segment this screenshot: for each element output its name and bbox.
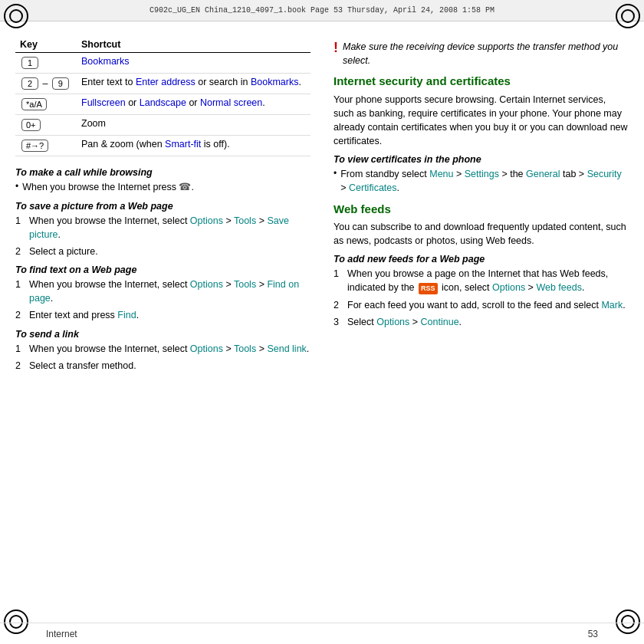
header-text: C902c_UG_EN China_1210_4097_1.book Page … xyxy=(150,6,495,15)
find-link: Find xyxy=(117,310,136,320)
section-make-call: To make a call while browsing • When you… xyxy=(15,167,310,195)
options-link: Options xyxy=(190,343,223,354)
exclamation-icon: ! xyxy=(334,40,338,57)
shortcut-zoom-text: Zoom xyxy=(81,118,106,129)
step-number: 1 xyxy=(15,342,25,356)
bullet-dot: • xyxy=(15,180,18,193)
rss-icon: RSS xyxy=(419,283,438,294)
bullet-item: • From standby select Menu > Settings > … xyxy=(334,167,629,195)
options-link: Options xyxy=(190,215,223,226)
numbered-item: 1 When you browse the Internet, select O… xyxy=(15,214,310,242)
step-number: 1 xyxy=(15,278,25,291)
step-text: Enter text and press Find. xyxy=(29,308,310,322)
main-content: Key Shortcut 1 Bookmarks 2 – xyxy=(0,21,644,623)
bullet-item: • When you browse the Internet press ☎. xyxy=(15,180,310,195)
section-send-link: To send a link 1 When you browse the Int… xyxy=(15,329,310,373)
section-web-feeds: Web feeds You can subscribe to and downl… xyxy=(334,202,629,248)
general-link: General xyxy=(526,169,560,179)
table-row: *a/A Fullscreen or Landscape or Normal s… xyxy=(15,94,310,115)
section-internet-security: Internet security and certificates Your … xyxy=(334,74,629,148)
key-cell: 1 xyxy=(15,53,77,74)
section-security-body: Your phone supports secure browsing. Cer… xyxy=(334,93,629,149)
step-text: When you browse the Internet, select Opt… xyxy=(29,342,310,356)
table-header-shortcut: Shortcut xyxy=(77,37,310,53)
send-link-link: Send link xyxy=(267,343,306,354)
section-web-feeds-body: You can subscribe to and download freque… xyxy=(334,220,629,248)
note-text: Make sure the receiving device supports … xyxy=(343,40,629,67)
step-number: 1 xyxy=(334,267,343,281)
mark-link: Mark xyxy=(601,300,623,310)
section-add-feeds-heading: To add new feeds for a Web page xyxy=(334,254,629,264)
step-text: Select a transfer method. xyxy=(29,359,310,373)
tools-link: Tools xyxy=(234,279,256,290)
table-row: 1 Bookmarks xyxy=(15,53,310,74)
table-row: #→? Pan & zoom (when Smart-fit is off). xyxy=(15,136,310,156)
step-number: 1 xyxy=(15,214,25,228)
left-column: Key Shortcut 1 Bookmarks 2 – xyxy=(15,29,322,615)
options-link: Options xyxy=(190,279,223,290)
section-view-certs: To view certificates in the phone • From… xyxy=(334,154,629,195)
step-text: When you browse the Internet, select Opt… xyxy=(29,278,310,305)
section-send-link-heading: To send a link xyxy=(15,329,310,340)
header-bar: C902c_UG_EN China_1210_4097_1.book Page … xyxy=(0,0,644,21)
right-column: ! Make sure the receiving device support… xyxy=(322,29,629,615)
key-badge-9: 9 xyxy=(52,77,69,90)
table-row: 0+ Zoom xyxy=(15,115,310,136)
web-feeds-link: Web feeds xyxy=(536,282,582,293)
step-text: Select a picture. xyxy=(29,245,310,258)
shortcut-cell: Zoom xyxy=(77,115,310,136)
numbered-item: 1 When you browse the Internet, select O… xyxy=(15,278,310,305)
bullet-text: From standby select Menu > Settings > th… xyxy=(340,167,629,195)
shortcut-cell: Bookmarks xyxy=(77,53,310,74)
bullet-text: When you browse the Internet press ☎. xyxy=(22,180,310,195)
key-cell: 2 – 9 xyxy=(15,74,77,94)
options-link: Options xyxy=(492,282,525,293)
section-save-picture: To save a picture from a Web page 1 When… xyxy=(15,201,310,258)
shortcut-bookmarks-link2: Bookmarks xyxy=(251,77,299,87)
section-make-call-heading: To make a call while browsing xyxy=(15,167,310,178)
section-add-feeds: To add new feeds for a Web page 1 When y… xyxy=(334,254,629,329)
step-number: 2 xyxy=(334,298,343,312)
key-cell: *a/A xyxy=(15,94,77,115)
key-badge-0: 0+ xyxy=(21,119,41,131)
settings-link: Settings xyxy=(465,169,499,179)
footer-bar: Internet 53 xyxy=(0,623,644,644)
numbered-item: 2 Select a transfer method. xyxy=(15,359,310,373)
section-security-heading: Internet security and certificates xyxy=(334,74,629,89)
step-text: When you browse the Internet, select Opt… xyxy=(29,214,310,242)
shortcut-fullscreen-link: Fullscreen xyxy=(81,97,126,108)
bullet-dot: • xyxy=(334,167,337,180)
shortcut-cell: Enter text to Enter address or search in… xyxy=(77,74,310,94)
tools-link: Tools xyxy=(234,215,256,226)
key-dash: – xyxy=(42,78,50,89)
key-badge-1: 1 xyxy=(21,57,38,69)
shortcut-landscape-link: Landscape xyxy=(140,97,186,108)
step-number: 2 xyxy=(15,245,25,258)
shortcut-smartfit-link: Smart-fit xyxy=(165,139,201,150)
key-cell: 0+ xyxy=(15,115,77,136)
footer-page-number: 53 xyxy=(588,629,598,639)
security-link: Security xyxy=(587,169,622,179)
key-badge-star: *a/A xyxy=(21,98,47,110)
key-badge-2: 2 xyxy=(21,77,38,90)
numbered-item: 1 When you browse a page on the Internet… xyxy=(334,267,629,294)
footer-section: Internet xyxy=(46,629,77,639)
section-save-picture-heading: To save a picture from a Web page xyxy=(15,201,310,212)
tools-link: Tools xyxy=(234,343,256,354)
shortcut-bookmarks-link: Bookmarks xyxy=(81,56,130,67)
shortcut-pan-text: Pan & zoom xyxy=(81,139,133,150)
key-cell: #→? xyxy=(15,136,77,156)
numbered-item: 2 Enter text and press Find. xyxy=(15,308,310,322)
shortcuts-table: Key Shortcut 1 Bookmarks 2 – xyxy=(15,37,310,156)
shortcut-cell: Fullscreen or Landscape or Normal screen… xyxy=(77,94,310,115)
continue-link: Continue xyxy=(421,317,459,327)
section-find-text: To find text on a Web page 1 When you br… xyxy=(15,264,310,322)
shortcut-text-prefix: Enter text to xyxy=(81,77,136,87)
shortcut-normal-link: Normal screen xyxy=(200,97,262,108)
menu-link: Menu xyxy=(429,169,453,179)
step-text: Select Options > Continue. xyxy=(347,315,629,329)
section-view-certs-heading: To view certificates in the phone xyxy=(334,154,629,165)
step-number: 2 xyxy=(15,359,25,373)
table-header-key: Key xyxy=(15,37,77,53)
section-web-feeds-heading: Web feeds xyxy=(334,202,629,217)
